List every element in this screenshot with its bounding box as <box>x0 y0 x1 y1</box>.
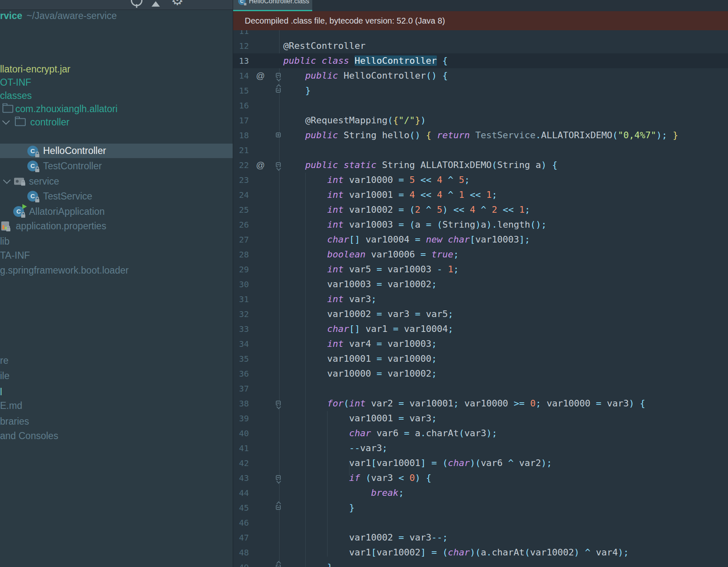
tree-item-label: braries <box>0 414 29 428</box>
collapse-icon[interactable] <box>152 1 160 7</box>
code-text: var1[var10001] = (char)(var6 ^ var2); <box>283 456 552 471</box>
code-text: public static String ALLATORIxDEMO(Strin… <box>283 158 557 173</box>
tree-item-label: llatori-encrypt.jar <box>0 62 70 76</box>
code-text: } <box>283 560 333 567</box>
line-number: 30 <box>233 277 249 292</box>
fold-marker-start-icon[interactable] <box>276 475 281 480</box>
code-text: int var10002 = (2 ^ 5) << 4 ^ 2 << 1; <box>283 202 530 217</box>
tree-item[interactable]: CAllatoriApplication <box>0 204 233 219</box>
tree-item[interactable]: classes <box>0 89 233 103</box>
line-number: 33 <box>233 322 249 336</box>
tree-item[interactable]: TA-INF <box>0 248 233 262</box>
tree-item[interactable]: rvice~/Java/aware-service <box>0 9 233 23</box>
code-line: 34 int var4 = var10003; <box>233 336 728 351</box>
code-line: 24 int var10001 = 4 << 4 ^ 1 << 1; <box>233 187 728 202</box>
tree-item[interactable]: E.md <box>0 399 233 413</box>
tree-item[interactable]: CTestService <box>0 189 233 203</box>
line-number: 45 <box>233 500 249 515</box>
code-text: boolean var10006 = true; <box>283 247 459 262</box>
code-line: 14@ public HelloController() { <box>233 68 728 83</box>
tree-item[interactable]: OT-INF <box>0 75 233 89</box>
line-number: 13 <box>233 53 249 68</box>
annotation-gutter-icon[interactable]: @ <box>255 158 266 173</box>
tree-item[interactable]: CTestController <box>0 159 233 173</box>
line-number: 31 <box>233 292 249 307</box>
line-number: 34 <box>233 336 249 351</box>
tree-item-label: OT-INF <box>0 75 31 89</box>
line-number: 11 <box>233 30 249 38</box>
tree-item[interactable]: llatori-encrypt.jar <box>0 62 233 76</box>
tree-item[interactable]: ile <box>0 369 233 383</box>
line-number: 21 <box>233 143 249 158</box>
line-number: 32 <box>233 307 249 322</box>
tree-item[interactable]: braries <box>0 414 233 428</box>
tree-item[interactable]: application.properties <box>0 219 233 233</box>
tree-item-label: application.properties <box>16 219 106 233</box>
tree-item-path: ~/Java/aware-service <box>27 9 117 23</box>
line-number: 28 <box>233 247 249 262</box>
fold-marker-plus-icon[interactable] <box>276 132 281 137</box>
chevron-icon[interactable] <box>2 117 10 125</box>
package-icon <box>14 178 24 185</box>
line-number: 42 <box>233 456 249 471</box>
code-line: 45 } <box>233 500 728 515</box>
fold-marker-start-icon[interactable] <box>276 401 281 406</box>
tree-item[interactable]: service <box>0 174 233 188</box>
fold-marker-end-icon[interactable] <box>276 565 281 567</box>
code-text: var10002 = var3--; <box>283 530 448 545</box>
line-number: 41 <box>233 441 249 456</box>
tree-item[interactable]: com.zhouxianglh.allatori <box>0 102 233 116</box>
tab-hellocontroller-class[interactable]: C HelloController.class × <box>233 0 312 10</box>
code-text: var10000 = var10002; <box>283 366 437 381</box>
code-line: 23 int var10000 = 5 << 4 ^ 5; <box>233 173 728 187</box>
tree-item-label: lib <box>0 234 10 248</box>
code-line: 41 --var3; <box>233 441 728 456</box>
tree-item[interactable]: and Consoles <box>0 429 233 443</box>
code-editor[interactable]: 1112@RestController13public class HelloC… <box>233 30 728 567</box>
line-number: 14 <box>233 68 249 83</box>
fold-marker-start-icon[interactable] <box>276 73 281 78</box>
tree-item[interactable]: re <box>0 353 233 368</box>
locate-icon[interactable] <box>131 0 142 6</box>
code-line: 30 var10003 = var10002; <box>233 277 728 292</box>
code-line: 36 var10000 = var10002; <box>233 366 728 381</box>
fold-marker-end-icon[interactable] <box>276 505 281 510</box>
chevron-icon[interactable] <box>3 176 10 184</box>
tree-item-label: HelloController <box>43 144 106 158</box>
code-text: int var4 = var10003; <box>283 336 437 351</box>
line-number: 22 <box>233 158 249 173</box>
code-line: 16 <box>233 98 728 113</box>
code-text: @RequestMapping({"/"}) <box>283 113 426 128</box>
line-number: 18 <box>233 128 249 143</box>
line-number: 26 <box>233 217 249 232</box>
code-line: 47 var10002 = var3--; <box>233 530 728 545</box>
tree-item[interactable]: g.springframework.boot.loader <box>0 263 233 277</box>
code-line: 42 var1[var10001] = (char)(var6 ^ var2); <box>233 456 728 471</box>
code-text: public String hello() { return TestServi… <box>283 128 678 143</box>
line-number: 47 <box>233 530 249 545</box>
tree-item-label: AllatoriApplication <box>29 204 105 219</box>
folder-icon <box>15 118 26 126</box>
tree-item[interactable]: l <box>0 385 233 399</box>
annotation-gutter-icon[interactable]: @ <box>255 68 266 83</box>
code-line: 44 break; <box>233 485 728 500</box>
fold-marker-start-icon[interactable] <box>276 162 281 167</box>
tree-item-selected[interactable]: CHelloController <box>0 144 233 158</box>
tree-item-label: and Consoles <box>0 429 58 443</box>
code-text: @RestController <box>283 38 366 53</box>
fold-marker-end-icon[interactable] <box>276 88 281 93</box>
tree-item[interactable]: lib <box>0 234 233 248</box>
ide-window: ⚙ rvice~/Java/aware-servicellatori-encry… <box>0 0 728 567</box>
line-number: 39 <box>233 411 249 426</box>
class-icon: C <box>238 0 246 5</box>
line-number: 24 <box>233 187 249 202</box>
code-text: int var10000 = 5 << 4 ^ 5; <box>283 173 470 187</box>
code-text: int var10003 = (a = (String)a).length(); <box>283 217 547 232</box>
settings-gear-icon[interactable]: ⚙ <box>171 0 183 7</box>
code-text: int var5 = var10003 - 1; <box>283 262 459 277</box>
line-number: 15 <box>233 83 249 98</box>
code-line: 49 } <box>233 560 728 567</box>
tree-item[interactable]: controller <box>0 115 233 129</box>
line-number: 12 <box>233 38 249 53</box>
tree-item-label: rvice <box>0 9 22 23</box>
